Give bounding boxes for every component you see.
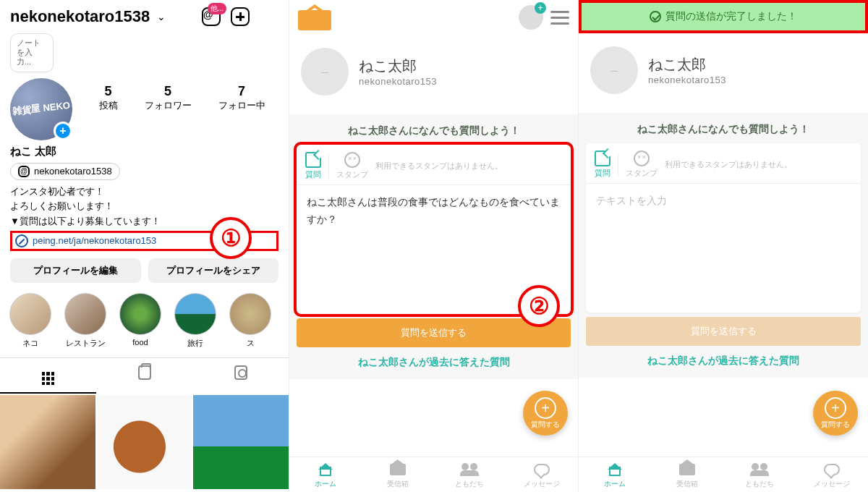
profile-name: ねこ太郎: [359, 56, 437, 76]
peing-success-screen: 質問の送信が完了しました！ — ねこ太郎 nekonekotaro153 ねこ太…: [579, 0, 868, 492]
threads-icon[interactable]: @ 他...: [202, 7, 221, 26]
new-post-icon[interactable]: [231, 7, 250, 26]
post-thumbnail[interactable]: [0, 395, 95, 489]
share-profile-button[interactable]: プロフィールをシェア: [148, 258, 279, 283]
note-bubble[interactable]: ノートを入力...: [10, 33, 54, 72]
peing-logo-icon[interactable]: [298, 4, 331, 30]
plus-icon: +: [825, 397, 846, 419]
profile-avatar[interactable]: 雑貨屋 NEKO +: [10, 78, 72, 140]
nav-inbox[interactable]: 受信箱: [651, 462, 723, 489]
stamp-unavailable-msg: 利用できるスタンプはありません。: [375, 161, 503, 171]
stamp-unavailable-msg: 利用できるスタンプはありません。: [665, 159, 792, 170]
stat-posts[interactable]: 5投稿: [99, 84, 118, 112]
message-icon: [534, 464, 550, 475]
profile-handle: nekonekotaro153: [648, 75, 726, 85]
highlight-item[interactable]: ネコ: [7, 293, 54, 349]
profile-avatar[interactable]: —: [301, 48, 349, 96]
question-card: 質問 スタンプ 利用できるスタンプはありません。 テキストを入力: [586, 143, 861, 313]
send-question-button[interactable]: 質問を送信する: [586, 317, 861, 346]
pencil-icon: [595, 150, 610, 166]
question-prompt: ねこ太郎さんになんでも質問しよう！: [579, 119, 868, 143]
profile-handle: nekonekotaro153: [359, 76, 437, 87]
profile-name: ねこ太郎: [648, 55, 726, 75]
bio: インスタ初心者です！ よろしくお願いします！ ▼質問は以下より募集しています！: [0, 180, 289, 229]
highlights-row: ネコ レストラン food 旅行 ス: [0, 283, 289, 353]
highlight-item[interactable]: ス: [227, 293, 273, 349]
stamp-icon: [634, 150, 650, 166]
posts-grid: [0, 395, 289, 489]
tab-question[interactable]: 質問: [305, 152, 321, 180]
check-circle-icon: [650, 11, 661, 22]
peing-profile: — ねこ太郎 nekonekotaro153: [289, 35, 578, 114]
add-story-icon[interactable]: +: [54, 122, 72, 140]
highlight-item[interactable]: food: [117, 293, 163, 349]
chevron-down-icon[interactable]: ⌄: [157, 11, 166, 22]
ask-question-fab[interactable]: + 質問する: [813, 391, 858, 436]
inbox-icon: [390, 464, 406, 475]
friends-icon: [750, 463, 769, 476]
question-prompt: ねこ太郎さんになんでも質問しよう！: [289, 120, 578, 145]
past-questions-heading: ねこ太郎さんが過去に答えた質問: [579, 346, 868, 372]
tab-tagged[interactable]: [192, 358, 289, 394]
peing-compose-screen: + — ねこ太郎 nekonekotaro153 ねこ太郎さんになんでも質問しよ…: [289, 0, 579, 492]
post-thumbnail[interactable]: [193, 395, 289, 489]
callout-1: ①: [210, 217, 252, 259]
post-thumbnail[interactable]: [97, 395, 192, 489]
ig-header: nekonekotaro1538 ⌄ @ 他...: [0, 0, 289, 29]
home-icon: [608, 463, 622, 476]
pencil-icon: [305, 152, 321, 168]
bio-link[interactable]: peing.net/ja/nekonekotaro153: [33, 235, 156, 246]
home-icon: [318, 463, 333, 476]
bottom-nav: ホーム 受信箱 ともだち メッセージ: [289, 457, 578, 492]
menu-icon[interactable]: [260, 10, 278, 24]
stamp-icon: [344, 152, 360, 168]
stat-followers[interactable]: 5フォロワー: [145, 84, 192, 112]
nav-friends[interactable]: ともだち: [434, 462, 506, 489]
tab-stamp[interactable]: スタンプ: [336, 152, 368, 180]
highlight-item[interactable]: レストラン: [62, 293, 109, 349]
inbox-icon: [679, 464, 695, 475]
nav-messages[interactable]: メッセージ: [506, 462, 578, 489]
success-banner: 質問の送信が完了しました！: [579, 0, 868, 33]
message-icon: [824, 464, 840, 475]
tab-question[interactable]: 質問: [595, 150, 610, 179]
ask-question-fab[interactable]: + 質問する: [523, 391, 568, 436]
ig-username[interactable]: nekonekotaro1538: [10, 7, 150, 26]
peing-profile: — ねこ太郎 nekonekotaro153: [579, 33, 868, 113]
nav-home[interactable]: ホーム: [289, 462, 362, 489]
edit-profile-button[interactable]: プロフィールを編集: [10, 258, 141, 283]
tab-stamp[interactable]: スタンプ: [626, 150, 658, 179]
peing-header: +: [289, 0, 578, 35]
instagram-profile-screen: nekonekotaro1538 ⌄ @ 他... ノートを入力... 雑貨屋 …: [0, 0, 289, 492]
nav-messages[interactable]: メッセージ: [796, 462, 868, 489]
profile-tabs: [0, 357, 289, 394]
threads-pill[interactable]: @ nekonekotaro1538: [10, 163, 120, 180]
tab-reels[interactable]: [96, 358, 192, 394]
profile-avatar[interactable]: —: [590, 46, 638, 94]
nav-inbox[interactable]: 受信箱: [362, 462, 434, 489]
highlight-item[interactable]: 旅行: [172, 293, 218, 349]
add-icon: +: [535, 2, 546, 14]
menu-icon[interactable]: [550, 11, 569, 25]
threads-badge: 他...: [208, 3, 226, 14]
plus-icon: +: [535, 397, 556, 419]
friends-icon: [460, 463, 479, 476]
link-icon: [15, 234, 28, 247]
profile-stats: 5投稿 5フォロワー 7フォロー中: [85, 84, 278, 112]
question-textarea[interactable]: テキストを入力: [586, 184, 861, 307]
success-message: 質問の送信が完了しました！: [665, 10, 797, 23]
bottom-nav: ホーム 受信箱 ともだち メッセージ: [579, 457, 868, 492]
threads-small-icon: @: [18, 166, 30, 177]
past-questions-heading: ねこ太郎さんが過去に答えた質問: [289, 347, 578, 373]
header-avatar[interactable]: +: [519, 5, 543, 30]
display-name: ねこ 太郎: [0, 140, 289, 158]
tab-grid[interactable]: [0, 358, 96, 394]
nav-friends[interactable]: ともだち: [723, 462, 796, 489]
nav-home[interactable]: ホーム: [579, 462, 651, 489]
callout-2: ②: [518, 285, 560, 327]
stat-following[interactable]: 7フォロー中: [218, 84, 265, 112]
